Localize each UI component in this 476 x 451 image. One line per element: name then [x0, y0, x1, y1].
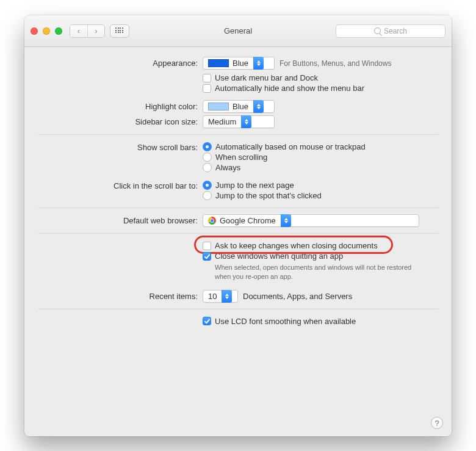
appearance-popup[interactable]: Blue	[203, 57, 275, 70]
browser-label: Default web browser:	[38, 214, 203, 225]
back-button[interactable]: ‹	[70, 25, 87, 37]
jump-spot-radio[interactable]	[203, 191, 212, 200]
autohide-menubar-label: Automatically hide and show the menu bar	[215, 84, 364, 93]
lcd-smoothing-label: Use LCD font smoothing when available	[215, 317, 356, 326]
zoom-button[interactable]	[55, 27, 62, 35]
recent-items-popup[interactable]: 10	[203, 290, 238, 303]
click-scroll-label: Click in the scroll bar to:	[38, 179, 203, 190]
divider	[38, 233, 438, 234]
close-button[interactable]	[31, 27, 38, 35]
ask-keep-changes-checkbox[interactable]	[203, 242, 211, 250]
preferences-window: ‹ › General Search Appearance: Blue For …	[24, 15, 452, 436]
window-controls	[31, 27, 62, 35]
popup-arrows-icon	[253, 57, 264, 70]
divider	[38, 134, 438, 135]
color-swatch-icon	[208, 103, 229, 110]
search-placeholder: Search	[384, 27, 407, 35]
sidebar-size-label: Sidebar icon size:	[38, 115, 203, 126]
minimize-button[interactable]	[43, 27, 50, 35]
dark-menu-checkbox[interactable]	[203, 74, 211, 82]
show-all-button[interactable]	[110, 24, 129, 38]
sidebar-size-popup[interactable]: Medium	[203, 115, 275, 128]
divider	[38, 309, 438, 309]
dark-menu-label: Use dark menu bar and Dock	[215, 73, 318, 82]
search-field[interactable]: Search	[336, 24, 445, 38]
forward-button[interactable]: ›	[87, 25, 104, 37]
browser-popup[interactable]: Google Chrome	[203, 214, 419, 227]
close-windows-hint: When selected, open documents and window…	[215, 263, 422, 281]
jump-next-radio[interactable]	[203, 181, 212, 190]
popup-arrows-icon	[222, 290, 232, 303]
highlight-popup[interactable]: Blue	[203, 100, 275, 113]
recent-items-label: Recent items:	[38, 290, 203, 301]
close-windows-checkbox[interactable]	[203, 252, 211, 261]
ask-keep-changes-label: Ask to keep changes when closing documen…	[215, 241, 378, 250]
chrome-icon	[208, 217, 216, 225]
help-button[interactable]: ?	[431, 417, 443, 429]
grid-icon	[115, 27, 124, 34]
autohide-menubar-checkbox[interactable]	[203, 84, 211, 93]
scroll-when-radio[interactable]	[203, 153, 212, 162]
popup-arrows-icon	[253, 100, 264, 113]
titlebar: ‹ › General Search	[24, 15, 452, 47]
divider	[38, 207, 438, 208]
appearance-label: Appearance:	[38, 57, 203, 68]
scrollbars-label: Show scroll bars:	[38, 141, 203, 152]
nav-segmented: ‹ ›	[70, 24, 105, 38]
scroll-auto-radio[interactable]	[203, 142, 212, 151]
content-area: Appearance: Blue For Buttons, Menus, and…	[24, 47, 452, 338]
popup-arrows-icon	[281, 214, 291, 227]
scroll-always-radio[interactable]	[203, 163, 212, 172]
close-windows-label: Close windows when quitting an app	[215, 251, 343, 261]
popup-arrows-icon	[241, 115, 251, 128]
color-swatch-icon	[208, 59, 229, 67]
recent-items-suffix: Documents, Apps, and Servers	[243, 292, 352, 301]
appearance-hint: For Buttons, Menus, and Windows	[279, 59, 391, 68]
lcd-smoothing-checkbox[interactable]	[203, 317, 211, 325]
search-icon	[374, 27, 381, 34]
highlight-label: Highlight color:	[38, 100, 203, 111]
